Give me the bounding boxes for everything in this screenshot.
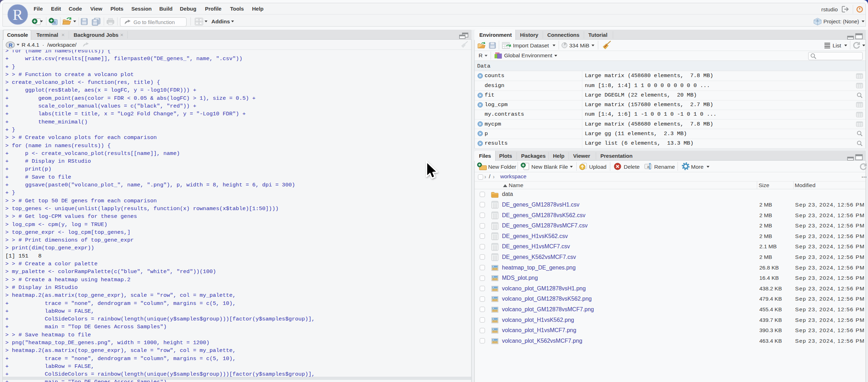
svg-text:R: R <box>816 19 818 22</box>
svg-text:R: R <box>9 42 13 48</box>
svg-text:R: R <box>13 6 23 23</box>
svg-text:a: a <box>647 164 650 169</box>
